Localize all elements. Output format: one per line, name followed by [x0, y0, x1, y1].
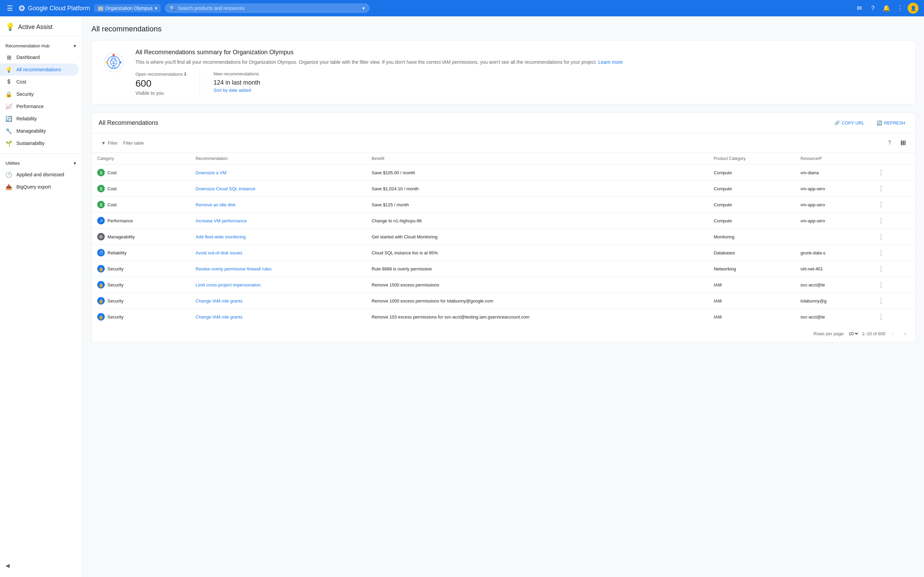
recommendation-link-7[interactable]: Limit cross-project impersonation: [195, 282, 261, 287]
table-row: ↗ Performance Increase VM performance Ch…: [92, 213, 916, 229]
table-row: ⏱ Reliability Avoid out-of-disk issues C…: [92, 245, 916, 261]
search-bar[interactable]: 🔍 ▾: [165, 3, 370, 13]
recommendation-link-5[interactable]: Avoid out-of-disk issues: [195, 250, 242, 255]
pagination-next-button[interactable]: ›: [900, 329, 910, 338]
email-icon[interactable]: ✉: [853, 2, 865, 15]
recommendation-link-4[interactable]: Add fleet-wide monitoring: [195, 234, 246, 239]
row-more-button-8[interactable]: ⋮: [875, 296, 887, 306]
cell-category-8: 🔒 Security: [92, 293, 190, 309]
sidebar-item-performance[interactable]: 📈 Performance: [0, 100, 79, 113]
sidebar-item-security[interactable]: 🔒 Security: [0, 88, 79, 100]
utilities-header[interactable]: Utilities ▾: [0, 158, 82, 168]
cell-product-category-8: IAM: [708, 293, 795, 309]
recommendation-link-1[interactable]: Downsize Cloud SQL instance: [195, 186, 255, 191]
sidebar-item-sustainability-label: Sustainability: [16, 140, 45, 146]
cell-category-4: ⚙ Manageability: [92, 229, 190, 245]
cell-benefit-8: Remove 1000 excess permissions for lolab…: [366, 293, 708, 309]
utilities-label: Utilities: [5, 161, 20, 166]
cell-recommendation-7: Limit cross-project impersonation: [190, 277, 366, 293]
cell-recommendation-6: Review overly permissive firewall rules: [190, 261, 366, 277]
filter-bar: ▼ Filter Filter table ?: [92, 133, 916, 153]
row-more-button-1[interactable]: ⋮: [875, 184, 887, 193]
sidebar-item-manageability[interactable]: 🔧 Manageability: [0, 125, 79, 137]
sidebar-item-reliability[interactable]: 🔄 Reliability: [0, 113, 79, 125]
sidebar-item-manageability-label: Manageability: [16, 128, 46, 134]
org-name: Organization Olympus: [105, 5, 153, 11]
rows-per-page-select[interactable]: 10 25 50: [847, 331, 859, 337]
filter-button[interactable]: ▼ Filter: [99, 139, 120, 147]
table-body: $ Cost Downsize a VM Save $105.00 / mont…: [92, 165, 916, 325]
row-more-button-9[interactable]: ⋮: [875, 312, 887, 322]
svg-point-10: [120, 61, 121, 63]
sidebar-item-all-recommendations[interactable]: 💡 All recommendations: [0, 63, 79, 76]
recommendation-link-8[interactable]: Change IAM role grants: [195, 298, 242, 303]
hamburger-menu[interactable]: ☰: [5, 3, 15, 14]
cell-more-1: ⋮: [870, 181, 916, 197]
sidebar-item-cost[interactable]: $ Cost: [0, 76, 79, 88]
learn-more-link[interactable]: Learn more: [598, 59, 623, 65]
recommendation-link-9[interactable]: Change IAM role grants: [195, 314, 242, 319]
row-more-button-5[interactable]: ⋮: [875, 248, 887, 258]
row-more-button-6[interactable]: ⋮: [875, 264, 887, 274]
notifications-icon[interactable]: 🔔: [880, 2, 893, 15]
applied-dismissed-icon: 🕐: [5, 171, 12, 178]
copy-url-button[interactable]: 🔗 COPY URL: [831, 118, 868, 127]
cell-benefit-3: Change to n1-highcpu-96: [366, 213, 708, 229]
help-icon[interactable]: ?: [867, 2, 879, 15]
info-icon[interactable]: ℹ: [184, 71, 186, 77]
sort-by-date-link[interactable]: Sort by date added: [213, 88, 260, 93]
summary-content: All Recommendations summary for Organiza…: [136, 49, 907, 96]
refresh-button[interactable]: 🔄 REFRESH: [873, 118, 909, 127]
sidebar-item-cost-label: Cost: [16, 79, 26, 85]
cell-more-2: ⋮: [870, 197, 916, 213]
pagination-prev-button[interactable]: ‹: [888, 329, 898, 338]
recommendation-link-6[interactable]: Review overly permissive firewall rules: [195, 266, 271, 271]
sidebar-item-sustainability[interactable]: 🌱 Sustainability: [0, 137, 79, 149]
reliability-icon: 🔄: [5, 115, 12, 122]
table-help-icon[interactable]: ?: [884, 137, 895, 148]
stats-divider: [200, 71, 200, 96]
cell-resource-3: vm-app-serv: [795, 213, 870, 229]
more-icon[interactable]: ⋮: [894, 2, 906, 15]
avatar[interactable]: 👤: [908, 3, 919, 14]
cell-resource-9: svc-acct@te: [795, 309, 870, 325]
filter-table-label: Filter table: [123, 140, 144, 146]
top-navigation: ☰ Google Cloud Platform 🏢 Organization O…: [0, 0, 924, 16]
summary-title: All Recommendations summary for Organiza…: [136, 49, 907, 56]
row-more-button-2[interactable]: ⋮: [875, 200, 887, 210]
cell-category-1: $ Cost: [92, 181, 190, 197]
cell-product-category-4: Monitoring: [708, 229, 795, 245]
svg-point-11: [113, 54, 115, 56]
sidebar-item-dashboard[interactable]: ⊞ Dashboard: [0, 51, 79, 63]
recommendation-link-0[interactable]: Downsize a VM: [195, 170, 226, 175]
row-more-button-4[interactable]: ⋮: [875, 232, 887, 242]
cell-more-8: ⋮: [870, 293, 916, 309]
cell-resource-5: grunk-data-s: [795, 245, 870, 261]
search-input[interactable]: [178, 5, 360, 11]
column-settings-icon[interactable]: [898, 137, 909, 148]
recommendation-link-2[interactable]: Remove an idle disk: [195, 202, 236, 207]
cell-benefit-9: Remove 103 excess permissions for svc-ac…: [366, 309, 708, 325]
recommendation-hub-header[interactable]: Recommendation Hub ▾: [0, 40, 82, 51]
cell-more-5: ⋮: [870, 245, 916, 261]
sidebar-collapse-button[interactable]: ◀: [0, 559, 15, 572]
sidebar-item-applied-dismissed[interactable]: 🕐 Applied and dismissed: [0, 168, 79, 181]
cell-product-category-3: Compute: [708, 213, 795, 229]
pagination-range: 1–10 of 600: [862, 331, 885, 336]
sidebar-item-dashboard-label: Dashboard: [16, 55, 40, 60]
sidebar-item-bigquery-export[interactable]: 📤 BigQuery export: [0, 181, 79, 193]
cell-category-9: 🔒 Security: [92, 309, 190, 325]
table-row: ⚙ Manageability Add fleet-wide monitorin…: [92, 229, 916, 245]
org-selector[interactable]: 🏢 Organization Olympus ▾: [94, 4, 161, 12]
cell-benefit-2: Save $125 / month: [366, 197, 708, 213]
cell-recommendation-8: Change IAM role grants: [190, 293, 366, 309]
cell-resource-0: vm-diana: [795, 165, 870, 181]
category-icon-7: 🔒: [97, 281, 105, 288]
row-more-button-7[interactable]: ⋮: [875, 280, 887, 290]
sidebar-item-reliability-label: Reliability: [16, 116, 37, 121]
row-more-button-0[interactable]: ⋮: [875, 168, 887, 177]
row-more-button-3[interactable]: ⋮: [875, 216, 887, 226]
cost-icon: $: [5, 79, 12, 85]
recommendation-link-3[interactable]: Increase VM performance: [195, 218, 247, 223]
new-recs-value: 124 in last month: [213, 78, 260, 86]
